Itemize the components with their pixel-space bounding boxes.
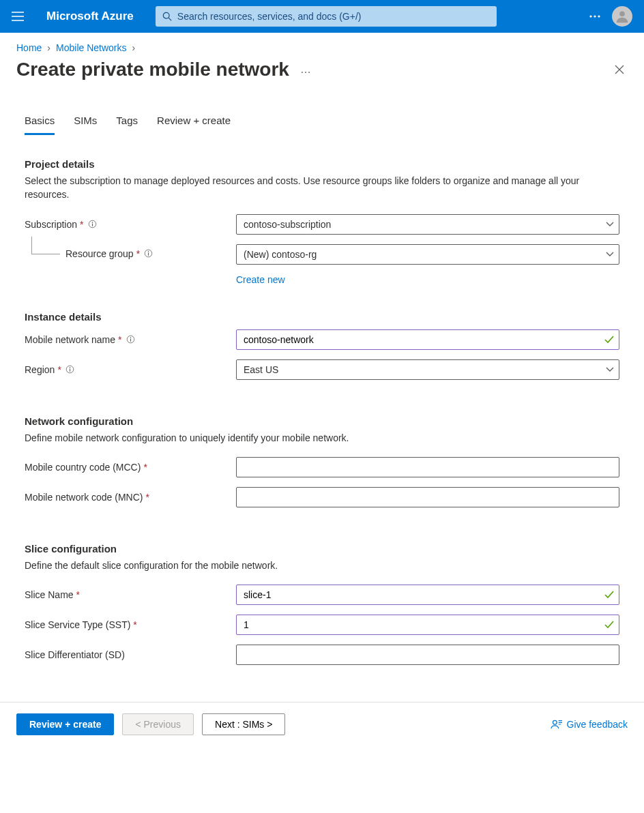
required-asterisk: * bbox=[133, 619, 136, 630]
next-button[interactable]: Next : SIMs > bbox=[202, 713, 285, 735]
svg-point-16 bbox=[70, 367, 71, 368]
required-asterisk: * bbox=[57, 364, 61, 375]
field-mnc: Mobile network code (MNC) * bbox=[25, 487, 619, 507]
svg-line-1 bbox=[169, 18, 171, 20]
field-mcc: Mobile country code (MCC) * bbox=[25, 457, 619, 477]
subscription-select[interactable]: contoso-subscription bbox=[236, 214, 619, 235]
svg-point-18 bbox=[553, 721, 557, 725]
svg-point-0 bbox=[163, 12, 169, 18]
region-select[interactable]: East US bbox=[236, 359, 619, 380]
topbar: Microsoft Azure bbox=[0, 0, 644, 33]
title-row: Create private mobile network … bbox=[0, 57, 644, 94]
more-icon[interactable] bbox=[581, 0, 609, 33]
section-slice-title: Slice configuration bbox=[25, 543, 619, 555]
tab-sims[interactable]: SIMs bbox=[74, 115, 97, 135]
svg-point-5 bbox=[619, 11, 625, 16]
info-icon[interactable] bbox=[126, 335, 135, 344]
review-create-button[interactable]: Review + create bbox=[16, 713, 114, 735]
page-title: Create private mobile network bbox=[16, 59, 289, 80]
mcc-label: Mobile country code (MCC) bbox=[25, 462, 141, 473]
required-asterisk: * bbox=[143, 462, 147, 473]
more-actions-icon[interactable]: … bbox=[300, 63, 312, 76]
svg-point-4 bbox=[598, 15, 600, 17]
close-icon[interactable] bbox=[611, 61, 628, 78]
sst-input[interactable] bbox=[236, 615, 619, 635]
account-avatar[interactable] bbox=[609, 0, 636, 33]
feedback-icon bbox=[551, 719, 563, 730]
required-asterisk: * bbox=[80, 219, 83, 230]
svg-point-13 bbox=[130, 337, 131, 338]
section-project-desc: Select the subscription to manage deploy… bbox=[25, 174, 584, 202]
slice-name-label: Slice Name bbox=[25, 589, 74, 600]
sd-input[interactable] bbox=[236, 645, 619, 665]
breadcrumb-home[interactable]: Home bbox=[16, 42, 42, 53]
resource-group-value: (New) contoso-rg bbox=[244, 249, 317, 260]
subscription-value: contoso-subscription bbox=[244, 219, 331, 230]
mnc-label: Mobile network code (MNC) bbox=[25, 492, 143, 503]
info-icon[interactable] bbox=[88, 220, 97, 228]
tab-review[interactable]: Review + create bbox=[157, 115, 231, 135]
network-name-input[interactable] bbox=[236, 329, 619, 350]
field-region: Region * East US bbox=[25, 359, 619, 380]
resource-group-label: Resource group bbox=[65, 248, 134, 259]
section-network-desc: Define mobile network configuration to u… bbox=[25, 431, 584, 445]
previous-button: < Previous bbox=[122, 713, 194, 735]
required-asterisk: * bbox=[76, 589, 80, 600]
search-icon bbox=[162, 12, 172, 21]
avatar-icon bbox=[612, 6, 632, 27]
field-sst: Slice Service Type (SST) * bbox=[25, 615, 619, 635]
svg-rect-8 bbox=[91, 224, 92, 226]
svg-rect-11 bbox=[148, 253, 149, 256]
sst-label: Slice Service Type (SST) bbox=[25, 619, 130, 630]
svg-point-3 bbox=[594, 15, 596, 17]
brand-label[interactable]: Microsoft Azure bbox=[46, 10, 134, 23]
mcc-input[interactable] bbox=[236, 457, 619, 477]
info-icon[interactable] bbox=[144, 249, 153, 258]
svg-rect-17 bbox=[70, 369, 70, 372]
tab-basics[interactable]: Basics bbox=[25, 115, 55, 135]
info-icon[interactable] bbox=[65, 365, 74, 374]
create-new-link[interactable]: Create new bbox=[236, 274, 285, 285]
required-asterisk: * bbox=[118, 334, 121, 345]
required-asterisk: * bbox=[146, 492, 149, 503]
section-project-title: Project details bbox=[25, 158, 619, 170]
footer: Review + create < Previous Next : SIMs >… bbox=[0, 702, 644, 746]
svg-point-10 bbox=[148, 251, 149, 252]
field-network-name: Mobile network name * bbox=[25, 329, 619, 350]
tree-connector-icon bbox=[31, 237, 60, 254]
mnc-input[interactable] bbox=[236, 487, 619, 507]
field-sd: Slice Differentiator (SD) bbox=[25, 645, 619, 665]
sd-label: Slice Differentiator (SD) bbox=[25, 649, 125, 660]
required-asterisk: * bbox=[136, 248, 140, 259]
feedback-link[interactable]: Give feedback bbox=[551, 719, 628, 730]
svg-point-7 bbox=[91, 222, 93, 223]
resource-group-select[interactable]: (New) contoso-rg bbox=[236, 244, 619, 265]
section-network-title: Network configuration bbox=[25, 415, 619, 427]
field-slice-name: Slice Name * bbox=[25, 585, 619, 605]
tabs: Basics SIMs Tags Review + create bbox=[0, 94, 644, 135]
tab-tags[interactable]: Tags bbox=[116, 115, 138, 135]
form-body: Project details Select the subscription … bbox=[0, 135, 644, 702]
chevron-right-icon: › bbox=[132, 42, 136, 53]
hamburger-menu-icon[interactable] bbox=[8, 0, 27, 33]
region-value: East US bbox=[244, 364, 278, 375]
breadcrumb-mobile-networks[interactable]: Mobile Networks bbox=[56, 42, 126, 53]
section-instance-title: Instance details bbox=[25, 311, 619, 323]
search-box[interactable] bbox=[156, 6, 497, 27]
network-name-label: Mobile network name bbox=[25, 334, 115, 345]
chevron-right-icon: › bbox=[47, 42, 50, 53]
region-label: Region bbox=[25, 364, 55, 375]
subscription-label: Subscription bbox=[25, 219, 77, 230]
feedback-label: Give feedback bbox=[567, 719, 628, 730]
slice-name-input[interactable] bbox=[236, 585, 619, 605]
breadcrumb: Home › Mobile Networks › bbox=[0, 33, 644, 57]
field-resource-group: Resource group * (New) contoso-rg bbox=[25, 244, 619, 265]
svg-rect-14 bbox=[130, 339, 130, 342]
svg-point-2 bbox=[589, 15, 591, 17]
field-subscription: Subscription * contoso-subscription bbox=[25, 214, 619, 235]
search-input[interactable] bbox=[176, 10, 490, 23]
section-slice-desc: Define the default slice configuration f… bbox=[25, 559, 584, 572]
